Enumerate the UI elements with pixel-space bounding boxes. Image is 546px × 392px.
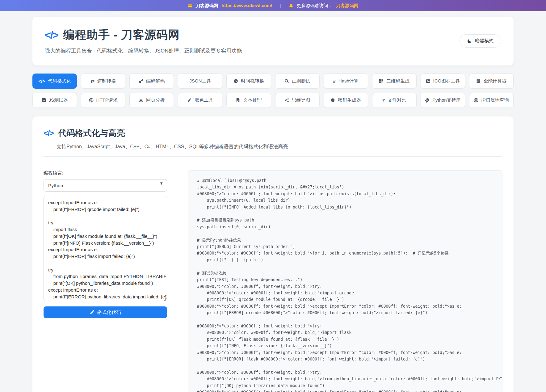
tab-label: 时间戳转换 xyxy=(241,78,264,84)
tab-label: 代码格式化 xyxy=(48,78,71,84)
tab-js-tester[interactable]: JSJS测试器 xyxy=(32,93,77,108)
output-panel: # 添加local_libs目录到sys.path local_libs_dir… xyxy=(188,170,502,392)
tool-subtitle: 支持Python、JavaScript、Java、C++、C#、HTML、CSS… xyxy=(57,144,502,150)
tab-label: 编码解码 xyxy=(146,78,165,84)
dark-mode-button[interactable]: 暗黑模式 xyxy=(460,34,501,48)
swap-arrows-icon: ⇄ xyxy=(90,78,94,84)
topbar-more-text: 更多源码请访问： xyxy=(297,3,333,9)
tab-label: 网页分析 xyxy=(146,97,165,103)
tab-text-process[interactable]: 文本处理 xyxy=(226,93,271,108)
tab-label: HTTP请求 xyxy=(96,97,118,103)
tab-label: 密码生成器 xyxy=(338,97,361,103)
tab-json-tools[interactable]: JSON工具 xyxy=(178,74,222,89)
svg-text:JS: JS xyxy=(42,99,45,102)
hash-icon: # xyxy=(333,78,335,84)
image-icon xyxy=(426,79,430,83)
top-announcement-bar: 刀客源码网 https://www.dkewl.com/ | 更多源码请访问： … xyxy=(0,0,546,11)
tab-label: Python支持库 xyxy=(432,97,461,103)
tab-label: IP归属地查询 xyxy=(481,97,509,103)
code-input[interactable]: except ImportError as e: print(f"[ERROR]… xyxy=(44,196,167,301)
formatted-code-output: # 添加local_libs目录到sys.path local_libs_dir… xyxy=(197,177,494,392)
toolbar: </>代码格式化⇄进制转换编码解码JSON工具时间戳转换正则测试#Hash计算二… xyxy=(32,74,514,108)
tab-label: ICO图标工具 xyxy=(433,78,460,84)
tab-ico-tool[interactable]: ICO图标工具 xyxy=(421,74,465,89)
topbar-site-name: 刀客源码网 xyxy=(196,3,218,9)
tab-label: 进制转换 xyxy=(97,78,116,84)
spider-icon xyxy=(139,98,143,103)
pencil-icon xyxy=(90,310,94,315)
tab-label: 取色工具 xyxy=(195,97,213,103)
format-code-button[interactable]: 格式化代码 xyxy=(44,306,167,318)
cards-icon xyxy=(188,3,192,8)
tab-color-picker[interactable]: 取色工具 xyxy=(178,93,222,108)
tab-webpage-analysis[interactable]: 网页分析 xyxy=(129,93,174,108)
js-icon: JS xyxy=(41,98,46,103)
tab-label: JSON工具 xyxy=(189,78,211,84)
key-icon xyxy=(139,79,143,83)
tab-ip-lookup[interactable]: IP归属地查询 xyxy=(469,93,514,108)
moon-icon xyxy=(467,39,472,43)
qr-icon xyxy=(379,79,384,83)
divider xyxy=(44,156,502,157)
calculator-icon xyxy=(476,79,481,83)
bell-icon xyxy=(289,3,293,8)
format-code-label: 格式化代码 xyxy=(97,309,121,316)
code-icon: </> xyxy=(45,29,58,41)
tab-calculator[interactable]: 全能计算器 xyxy=(469,74,514,89)
topbar-more-link[interactable]: 刀客源码网 xyxy=(336,3,359,9)
tab-regex-test[interactable]: 正则测试 xyxy=(275,74,320,89)
document-icon xyxy=(236,98,240,103)
tool-title: 代码格式化与高亮 xyxy=(58,128,125,139)
language-label: 编程语言: xyxy=(44,170,167,176)
page-subtitle: 强大的编程工具集合 - 代码格式化、编码转换、JSON处理、正则测试及更多实用功… xyxy=(45,47,460,54)
neq-icon: ≠ xyxy=(382,98,385,103)
mindmap-icon xyxy=(284,98,289,103)
tab-label: JS测试器 xyxy=(49,97,68,103)
eyedropper-icon xyxy=(187,98,192,103)
globe-icon xyxy=(474,98,478,103)
tab-encode-decode[interactable]: 编码解码 xyxy=(129,74,174,89)
tab-label: 全能计算器 xyxy=(483,78,506,84)
page-title: 编程助手 - 刀客源码网 xyxy=(63,27,180,43)
tab-http-request[interactable]: HTTP请求 xyxy=(81,93,125,108)
shield-icon xyxy=(330,98,335,103)
tab-file-diff[interactable]: ≠文件对比 xyxy=(372,93,417,108)
tab-label: 文本处理 xyxy=(243,97,262,103)
tab-timestamp-convert[interactable]: 时间戳转换 xyxy=(226,74,271,89)
header-card: </> 编程助手 - 刀客源码网 强大的编程工具集合 - 代码格式化、编码转换、… xyxy=(32,17,514,65)
search-icon xyxy=(284,79,289,83)
tab-label: Hash计算 xyxy=(338,78,359,84)
topbar-site-url-link[interactable]: https://www.dkewl.com/ xyxy=(221,3,272,8)
tab-hash-calc[interactable]: #Hash计算 xyxy=(324,74,368,89)
topbar-separator: | xyxy=(280,3,281,8)
globe-icon xyxy=(89,98,94,103)
code-format-tool-card: </> 代码格式化与高亮 支持Python、JavaScript、Java、C+… xyxy=(32,116,514,392)
tab-label: 二维码生成 xyxy=(386,78,410,84)
tab-label: 文件对比 xyxy=(388,97,406,103)
tab-code-format[interactable]: </>代码格式化 xyxy=(32,74,77,89)
tab-python-libs[interactable]: Python支持库 xyxy=(421,93,465,108)
editor-panel: 编程语言: Python ▼ except ImportError as e: … xyxy=(44,170,167,318)
tab-qrcode-generate[interactable]: 二维码生成 xyxy=(372,74,417,89)
tab-label: 正则测试 xyxy=(292,78,310,84)
tab-password-generator[interactable]: 密码生成器 xyxy=(324,93,368,108)
code-icon: </> xyxy=(38,78,45,84)
python-icon xyxy=(425,98,430,103)
code-icon: </> xyxy=(44,129,53,138)
tab-base-convert[interactable]: ⇄进制转换 xyxy=(81,74,125,89)
dark-mode-label: 暗黑模式 xyxy=(475,38,494,44)
language-select[interactable]: Python xyxy=(44,179,167,192)
tab-label: 思维导图 xyxy=(292,97,310,103)
clock-icon xyxy=(233,79,238,83)
tab-mindmap[interactable]: 思维导图 xyxy=(275,93,320,108)
